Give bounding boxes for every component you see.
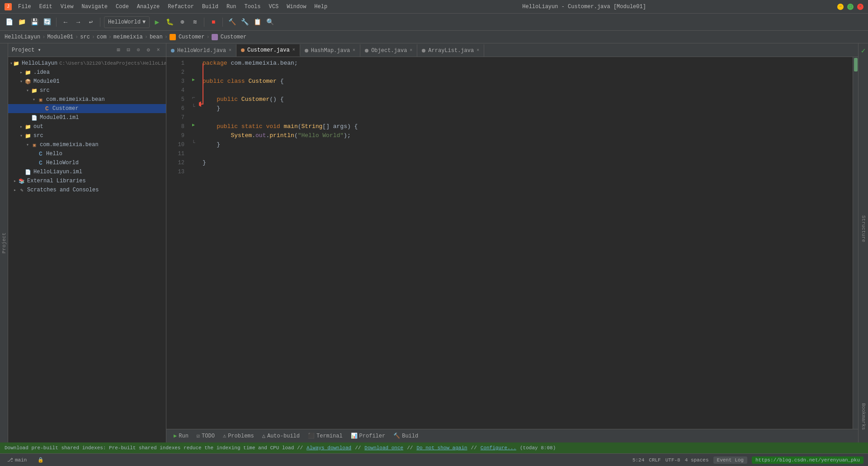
bc-customer2[interactable]: Customer (221, 34, 247, 40)
save-btn[interactable]: 💾 (29, 17, 40, 28)
new-file-btn[interactable]: 📄 (4, 17, 14, 28)
terminal-btn[interactable]: ⬛ Terminal (304, 432, 346, 440)
configure-link[interactable]: Configure... (481, 445, 516, 451)
event-log-btn[interactable]: Event Log (713, 456, 747, 464)
download-once-link[interactable]: Download once (364, 445, 403, 451)
tab-close-helloworld[interactable]: × (229, 48, 231, 53)
bc-src[interactable]: src (80, 34, 90, 40)
gutter-run-line3[interactable]: ▶ (188, 75, 199, 84)
profiler-btn[interactable]: 📊 Profiler (347, 432, 389, 440)
bc-helloliayun[interactable]: HelloLiayun (5, 34, 40, 40)
close-button[interactable]: × (857, 4, 863, 10)
menu-run[interactable]: Run (223, 3, 240, 11)
menu-navigate[interactable]: Navigate (78, 3, 111, 11)
tab-customer-java[interactable]: Customer.java × (236, 44, 300, 57)
tree-item-helloliayun-iml[interactable]: 📄 HelloLiayun.iml (8, 167, 166, 176)
run-class-icon[interactable]: ▶ (192, 77, 195, 82)
collapse-all-btn[interactable]: ⊟ (124, 46, 132, 54)
tree-item-helloworld[interactable]: C HelloWorld (8, 158, 166, 167)
tree-item-out[interactable]: ▸ 📁 out (8, 122, 166, 131)
tab-close-arraylist[interactable]: × (476, 48, 479, 53)
arrow-ext-libs[interactable]: ▸ (12, 178, 18, 184)
right-scrollbar[interactable] (853, 57, 858, 429)
tree-item-ext-libs[interactable]: ▸ 📚 External Libraries (8, 176, 166, 185)
problems-btn[interactable]: ⚠ Problems (219, 432, 258, 440)
menu-analyze[interactable]: Analyze (133, 3, 163, 11)
expand-all-btn[interactable]: ⊞ (114, 46, 123, 54)
arrow-src1[interactable]: ▾ (24, 88, 31, 93)
always-download-link[interactable]: Always download (307, 445, 351, 451)
git-status-btn[interactable]: ⎇ main (5, 456, 29, 464)
forward-btn[interactable]: → (73, 17, 84, 28)
tab-hashmap-java[interactable]: HashMap.java × (300, 44, 360, 57)
lock-btn[interactable]: 🔒 (35, 456, 47, 464)
bc-module01[interactable]: Module01 (47, 34, 73, 40)
tree-item-module01-iml[interactable]: 📄 Module01.iml (8, 113, 166, 122)
arrow-out[interactable]: ▸ (18, 124, 24, 129)
refresh-btn[interactable]: 🔄 (42, 17, 52, 28)
run-config-dropdown[interactable]: HelloWorld ▼ (104, 16, 150, 28)
code-content[interactable]: package com.meimeixia.bean; public class… (199, 57, 853, 429)
tree-item-helloliayun[interactable]: ▾ 📁 HelloLiayun C:\Users\32120\IdeaProje… (8, 59, 166, 68)
arrow-src2[interactable]: ▾ (18, 133, 24, 138)
menu-help[interactable]: Help (311, 3, 331, 11)
tree-item-customer[interactable]: C Customer (8, 104, 166, 113)
tab-helloworld-java[interactable]: HelloWorld.java × (166, 44, 236, 57)
bc-com[interactable]: com (97, 34, 107, 40)
auto-build-btn[interactable]: △ Auto-build (259, 432, 303, 440)
menu-tools[interactable]: Tools (241, 3, 264, 11)
menu-bar[interactable]: File Edit View Navigate Code Analyze Ref… (14, 3, 331, 11)
run-tool-btn[interactable]: ▶ Run (170, 432, 192, 440)
tab-object-java[interactable]: Object.java × (360, 44, 417, 57)
minimize-button[interactable]: − (837, 4, 844, 10)
tab-close-hashmap[interactable]: × (353, 48, 355, 53)
search-btn[interactable]: 🔍 (264, 17, 275, 28)
tree-item-com-bean2[interactable]: ▾ ▣ com.meimeixia.bean (8, 140, 166, 149)
tab-arraylist-java[interactable]: ArrayList.java × (417, 44, 484, 57)
profile-btn[interactable]: ≋ (189, 17, 200, 28)
menu-window[interactable]: Window (283, 3, 310, 11)
dont-show-link[interactable]: Do not show again (416, 445, 467, 451)
task-btn[interactable]: 📋 (252, 17, 263, 28)
tree-item-com-bean1[interactable]: ▾ ▣ com.meimeixia.bean (8, 95, 166, 104)
close-panel-btn[interactable]: × (154, 46, 162, 54)
tree-item-hello[interactable]: C Hello (8, 149, 166, 158)
debug-btn[interactable]: 🐛 (164, 17, 175, 28)
menu-build[interactable]: Build (198, 3, 222, 11)
tree-item-idea[interactable]: ▸ 📁 .idea (8, 68, 166, 77)
build-tool-btn[interactable]: 🔨 Build (390, 432, 422, 440)
menu-vcs[interactable]: VCS (265, 3, 283, 11)
bc-meimeixia[interactable]: meimeixia (113, 34, 143, 40)
sdk-btn[interactable]: 🔧 (239, 17, 250, 28)
coverage-btn[interactable]: ⊕ (177, 17, 188, 28)
tree-item-scratches[interactable]: ▸ ✎ Scratches and Consoles (8, 185, 166, 195)
project-sidebar-label[interactable]: Project (1, 233, 7, 253)
bc-bean[interactable]: bean (150, 34, 163, 40)
settings-btn[interactable]: ⚙ (144, 46, 152, 54)
index-status-btn[interactable]: https://blog.csdn.net/yerenyuan_pku (752, 456, 863, 464)
build-btn[interactable]: 🔨 (226, 17, 237, 28)
run-main-icon[interactable]: ▶ (192, 122, 195, 128)
code-editor[interactable]: 1 2 3 4 5 6 7 8 9 10 11 12 13 ▶ ⌐ (166, 57, 858, 429)
scroll-to-center-btn[interactable]: ⊙ (134, 46, 142, 54)
arrow-module01[interactable]: ▾ (18, 79, 24, 84)
todo-btn[interactable]: ☑ TODO (193, 432, 218, 440)
structure-label[interactable]: Structure (861, 215, 866, 242)
run-btn[interactable]: ▶ (151, 17, 162, 28)
menu-file[interactable]: File (14, 3, 35, 11)
stop-btn[interactable]: ■ (208, 17, 219, 28)
arrow-com-bean2[interactable]: ▾ (24, 142, 31, 147)
bookmarks-label[interactable]: Bookmarks (861, 403, 866, 430)
tab-close-customer[interactable]: × (292, 48, 295, 52)
gutter-run-line8[interactable]: ▶ (188, 120, 199, 129)
open-btn[interactable]: 📁 (16, 17, 27, 28)
arrow-idea[interactable]: ▸ (18, 70, 24, 75)
menu-edit[interactable]: Edit (36, 3, 56, 11)
tab-close-object[interactable]: × (410, 48, 412, 53)
tree-item-module01[interactable]: ▾ 📦 Module01 (8, 77, 166, 86)
tree-item-src1[interactable]: ▾ 📁 src (8, 86, 166, 95)
arrow-scratches[interactable]: ▸ (12, 187, 18, 193)
window-controls[interactable]: − □ × (837, 4, 863, 10)
menu-code[interactable]: Code (112, 3, 132, 11)
recent-files-btn[interactable]: ↩ (85, 17, 96, 28)
